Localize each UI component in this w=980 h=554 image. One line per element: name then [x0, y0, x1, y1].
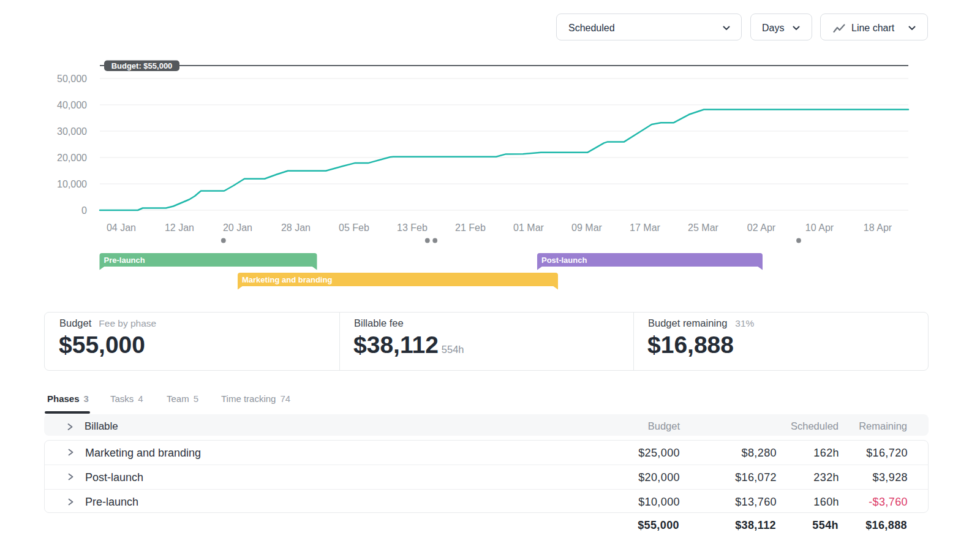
svg-text:Budget: $55,000: Budget: $55,000 [111, 61, 173, 70]
svg-text:12 Jan: 12 Jan [165, 222, 194, 233]
svg-text:40,000: 40,000 [57, 100, 87, 110]
svg-text:Pre-launch: Pre-launch [104, 256, 145, 265]
svg-text:21 Feb: 21 Feb [455, 222, 486, 233]
svg-text:13 Feb: 13 Feb [397, 222, 428, 233]
svg-text:01 Mar: 01 Mar [513, 222, 544, 233]
svg-text:30,000: 30,000 [57, 126, 87, 137]
svg-text:20,000: 20,000 [57, 153, 87, 163]
svg-text:Marketing and branding: Marketing and branding [242, 275, 332, 284]
svg-text:0: 0 [81, 205, 87, 216]
svg-text:25 Mar: 25 Mar [688, 222, 718, 233]
svg-text:17 Mar: 17 Mar [630, 222, 660, 233]
svg-text:04 Jan: 04 Jan [107, 222, 136, 233]
svg-text:Post-launch: Post-launch [541, 256, 587, 265]
svg-text:28 Jan: 28 Jan [281, 222, 311, 233]
svg-text:20 Jan: 20 Jan [223, 222, 252, 233]
svg-text:10,000: 10,000 [57, 179, 87, 189]
svg-text:09 Mar: 09 Mar [571, 222, 602, 233]
svg-text:02 Apr: 02 Apr [747, 222, 776, 233]
svg-text:50,000: 50,000 [57, 74, 87, 84]
svg-text:10 Apr: 10 Apr [805, 222, 834, 233]
svg-text:05 Feb: 05 Feb [339, 222, 369, 233]
svg-text:18 Apr: 18 Apr [864, 222, 892, 233]
